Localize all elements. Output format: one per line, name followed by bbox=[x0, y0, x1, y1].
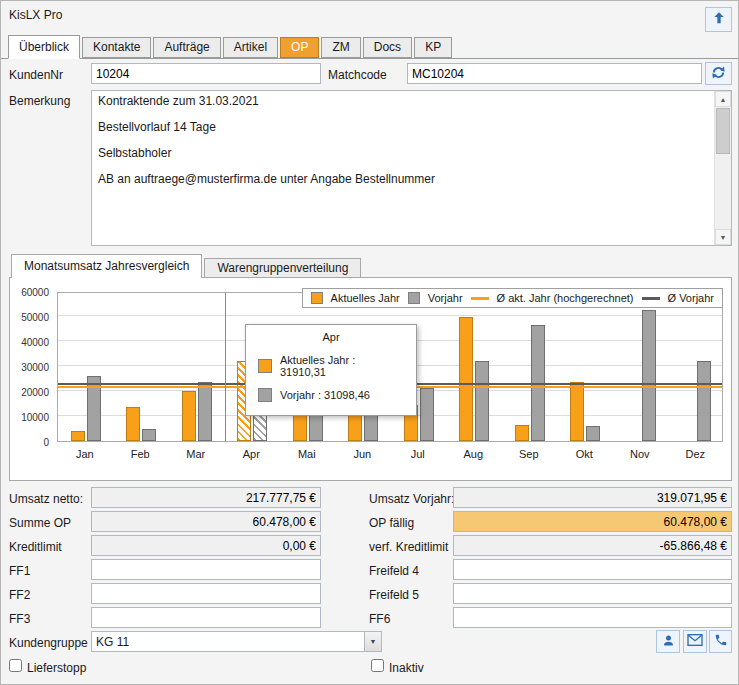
umsatz-netto-value[interactable] bbox=[91, 487, 321, 508]
x-tick-label: Jan bbox=[57, 448, 113, 460]
matchcode-label: Matchcode bbox=[328, 67, 387, 83]
legend-swatch-aktuelles-jahr bbox=[311, 292, 323, 304]
ff2-input[interactable] bbox=[91, 583, 321, 604]
chart-tab-bar: Monatsumsatz Jahresvergleich Warengruppe… bbox=[11, 254, 363, 278]
chart-bar[interactable] bbox=[420, 388, 434, 441]
op-faellig-value[interactable] bbox=[453, 511, 732, 532]
lieferstopp-label: Lieferstopp bbox=[27, 660, 86, 676]
chart-x-axis: JanFebMarAprMaiJunJulAugSepOktNovDez bbox=[57, 448, 723, 464]
freifeld5-input[interactable] bbox=[453, 583, 732, 604]
tooltip-swatch-aktuell bbox=[258, 359, 272, 373]
ff2-label: FF2 bbox=[9, 587, 30, 603]
tooltip-row: Vorjahr : 31098,46 bbox=[246, 383, 416, 407]
chart-panel: 0100002000030000400005000060000 JanFebMa… bbox=[9, 277, 732, 481]
chart-legend: Aktuelles Jahr Vorjahr Ø akt. Jahr (hoch… bbox=[302, 288, 723, 308]
chart-bar[interactable] bbox=[142, 429, 156, 441]
chart-bar[interactable] bbox=[198, 382, 212, 441]
freifeld4-label: Freifeld 4 bbox=[369, 563, 419, 579]
chart-bar[interactable] bbox=[697, 361, 711, 441]
ff1-label: FF1 bbox=[9, 563, 30, 579]
phone-button[interactable] bbox=[709, 630, 732, 653]
arrow-up-icon bbox=[711, 10, 727, 29]
y-tick-label: 60000 bbox=[21, 287, 49, 298]
freifeld5-label: Freifeld 5 bbox=[369, 587, 419, 603]
chart-crosshair bbox=[225, 293, 226, 441]
chart-bar[interactable] bbox=[570, 382, 584, 441]
legend-line-avg-vorjahr bbox=[642, 297, 660, 300]
tooltip-text-aktuell: Aktuelles Jahr : 31910,31 bbox=[280, 354, 404, 378]
chart-tooltip: Apr Aktuelles Jahr : 31910,31 Vorjahr : … bbox=[245, 324, 417, 416]
gridline bbox=[58, 315, 722, 316]
y-tick-label: 30000 bbox=[21, 362, 49, 373]
x-tick-label: Mar bbox=[168, 448, 224, 460]
chart-bar[interactable] bbox=[515, 425, 529, 441]
tab-artikel[interactable]: Artikel bbox=[223, 37, 278, 58]
x-tick-label: Nov bbox=[612, 448, 668, 460]
x-tick-label: Dez bbox=[668, 448, 724, 460]
tooltip-swatch-vorjahr bbox=[258, 388, 272, 402]
tab-monatsumsatz[interactable]: Monatsumsatz Jahresvergleich bbox=[11, 254, 202, 278]
umsatz-vorjahr-value[interactable] bbox=[453, 487, 732, 508]
contact-button[interactable] bbox=[656, 630, 680, 653]
email-button[interactable] bbox=[683, 630, 707, 653]
tab-docs[interactable]: Docs bbox=[363, 37, 412, 58]
verf-kreditlimit-value[interactable] bbox=[453, 535, 732, 556]
kreditlimit-value[interactable] bbox=[91, 535, 321, 556]
kreditlimit-label: Kreditlimit bbox=[9, 539, 62, 555]
legend-label-avg-vorjahr: Ø Vorjahr bbox=[668, 292, 714, 304]
tab-kontakte[interactable]: Kontakte bbox=[82, 37, 151, 58]
chart-bar[interactable] bbox=[182, 391, 196, 441]
chevron-down-icon[interactable]: ▼ bbox=[364, 632, 381, 651]
tab-auftraege[interactable]: Aufträge bbox=[153, 37, 220, 58]
kundennr-label: KundenNr bbox=[9, 67, 63, 83]
kundennr-input[interactable] bbox=[91, 63, 321, 84]
chart-bar[interactable] bbox=[642, 310, 656, 441]
chart-bar[interactable] bbox=[459, 317, 473, 441]
umsatz-netto-label: Umsatz netto: bbox=[9, 491, 83, 507]
legend-label-aktuelles-jahr: Aktuelles Jahr bbox=[331, 292, 400, 304]
summe-op-value[interactable] bbox=[91, 511, 321, 532]
chart-bar[interactable] bbox=[475, 361, 489, 441]
tooltip-text-vorjahr: Vorjahr : 31098,46 bbox=[280, 389, 370, 401]
scroll-down-icon[interactable]: ▼ bbox=[715, 229, 731, 245]
x-tick-label: Aug bbox=[446, 448, 502, 460]
bemerkung-label: Bemerkung bbox=[9, 93, 70, 109]
x-tick-label: Jul bbox=[390, 448, 446, 460]
lieferstopp-checkbox[interactable] bbox=[9, 659, 22, 672]
matchcode-input[interactable] bbox=[407, 63, 702, 84]
chart-bar[interactable] bbox=[71, 431, 85, 441]
tab-op[interactable]: OP bbox=[280, 37, 319, 58]
kundengruppe-label: Kundengruppe bbox=[9, 635, 88, 651]
person-icon bbox=[661, 633, 676, 651]
y-tick-label: 50000 bbox=[21, 312, 49, 323]
kundengruppe-select[interactable]: KG 11 ▼ bbox=[91, 631, 382, 652]
app-title: KisLX Pro bbox=[9, 8, 62, 22]
y-tick-label: 40000 bbox=[21, 337, 49, 348]
tab-ueberblick[interactable]: Überblick bbox=[8, 35, 80, 59]
verf-kreditlimit-label: verf. Kreditlimit bbox=[369, 539, 448, 555]
x-tick-label: Mai bbox=[279, 448, 335, 460]
inaktiv-checkbox[interactable] bbox=[371, 659, 384, 672]
x-tick-label: Jun bbox=[335, 448, 391, 460]
tab-warengruppen[interactable]: Warengruppenverteilung bbox=[204, 258, 361, 278]
chart-bar[interactable] bbox=[126, 407, 140, 441]
chart-y-axis: 0100002000030000400005000060000 bbox=[10, 292, 52, 442]
y-tick-label: 10000 bbox=[21, 412, 49, 423]
chart-bar[interactable] bbox=[586, 426, 600, 441]
freifeld4-input[interactable] bbox=[453, 559, 732, 580]
bemerkung-scrollbar[interactable]: ▲ ▼ bbox=[714, 91, 731, 245]
tab-kp[interactable]: KP bbox=[414, 37, 452, 58]
x-tick-label: Okt bbox=[557, 448, 613, 460]
summe-op-label: Summe OP bbox=[9, 515, 71, 531]
bemerkung-textarea[interactable]: Kontraktende zum 31.03.2021 Bestellvorla… bbox=[91, 90, 732, 246]
ff1-input[interactable] bbox=[91, 559, 321, 580]
tab-zm[interactable]: ZM bbox=[321, 37, 360, 58]
x-tick-label: Feb bbox=[113, 448, 169, 460]
scroll-thumb[interactable] bbox=[716, 108, 730, 154]
ff3-input[interactable] bbox=[91, 607, 321, 628]
scroll-up-icon[interactable]: ▲ bbox=[715, 91, 731, 107]
ff6-input[interactable] bbox=[453, 607, 732, 628]
refresh-button[interactable] bbox=[705, 62, 732, 85]
x-tick-label: Apr bbox=[224, 448, 280, 460]
nav-up-button[interactable] bbox=[705, 7, 732, 32]
